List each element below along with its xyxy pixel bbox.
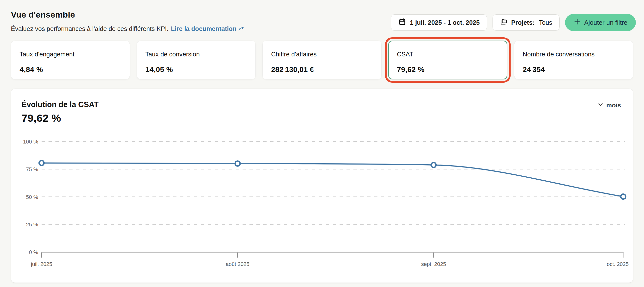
add-filter-button[interactable]: Ajouter un filtre [565, 14, 636, 31]
kpi-card-csat-selected[interactable]: CSAT 79,62 % [388, 40, 508, 80]
projects-filter-button[interactable]: Projets: Tous [492, 14, 560, 31]
kpi-value: 4,84 % [20, 65, 121, 74]
svg-text:75 %: 75 % [26, 166, 38, 172]
svg-text:0 %: 0 % [29, 250, 38, 255]
projects-filter-value: Tous [539, 19, 552, 26]
external-arrow-icon [238, 25, 245, 33]
svg-text:oct. 2025: oct. 2025 [607, 261, 629, 267]
kpi-value: 282 130,01 € [271, 65, 373, 74]
svg-text:25 %: 25 % [26, 222, 38, 228]
chevron-down-icon [597, 101, 604, 109]
granularity-label: mois [606, 102, 621, 109]
kpi-card-conversion[interactable]: Taux de conversion 14,05 % [136, 40, 256, 80]
kpi-label: Taux de conversion [145, 51, 247, 58]
folders-icon [500, 18, 508, 27]
plus-icon [574, 18, 581, 27]
kpi-card-engagement[interactable]: Taux d'engagement 4,84 % [11, 40, 130, 80]
svg-text:50 %: 50 % [26, 194, 38, 200]
kpi-value: 79,62 % [397, 65, 499, 74]
page-subtitle: Évaluez vos performances à l'aide de ces… [11, 25, 168, 32]
page-header: Vue d'ensemble Évaluez vos performances … [11, 10, 245, 33]
date-range-label: 1 juil. 2025 - 1 oct. 2025 [410, 19, 480, 26]
kpi-value: 24 354 [523, 65, 624, 74]
csat-evolution-card: Évolution de la CSAT 79,62 % mois 100 %7… [11, 88, 633, 283]
overview-dashboard: { "header": { "title": "Vue d'ensemble",… [0, 0, 644, 287]
kpi-card-row: Taux d'engagement 4,84 % Taux de convers… [11, 40, 633, 80]
calendar-icon [398, 18, 406, 27]
documentation-link[interactable]: Lire la documentation [171, 25, 245, 33]
kpi-value: 14,05 % [145, 65, 247, 74]
svg-text:sept. 2025: sept. 2025 [421, 261, 446, 267]
projects-filter-label: Projets: [511, 19, 534, 26]
date-range-button[interactable]: 1 juil. 2025 - 1 oct. 2025 [391, 14, 487, 31]
kpi-label: Nombre de conversations [523, 51, 624, 58]
add-filter-label: Ajouter un filtre [584, 19, 628, 26]
kpi-card-conversations[interactable]: Nombre de conversations 24 354 [514, 40, 633, 80]
chart-title: Évolution de la CSAT [22, 100, 98, 109]
filters-toolbar: 1 juil. 2025 - 1 oct. 2025 Projets: Tous… [391, 14, 636, 31]
kpi-label: Chiffre d'affaires [271, 51, 373, 58]
kpi-card-revenue[interactable]: Chiffre d'affaires 282 130,01 € [262, 40, 382, 80]
csat-line-chart: 100 %75 %50 %25 %0 %juil. 2025août 2025s… [11, 134, 633, 272]
kpi-label: Taux d'engagement [20, 51, 121, 58]
chart-current-value: 79,62 % [22, 112, 61, 124]
svg-text:août 2025: août 2025 [226, 261, 250, 267]
granularity-dropdown[interactable]: mois [597, 101, 621, 109]
svg-text:juil. 2025: juil. 2025 [31, 261, 52, 267]
kpi-label: CSAT [397, 51, 499, 58]
documentation-link-label: Lire la documentation [171, 25, 236, 32]
page-title: Vue d'ensemble [11, 10, 245, 20]
svg-text:100 %: 100 % [23, 139, 38, 145]
